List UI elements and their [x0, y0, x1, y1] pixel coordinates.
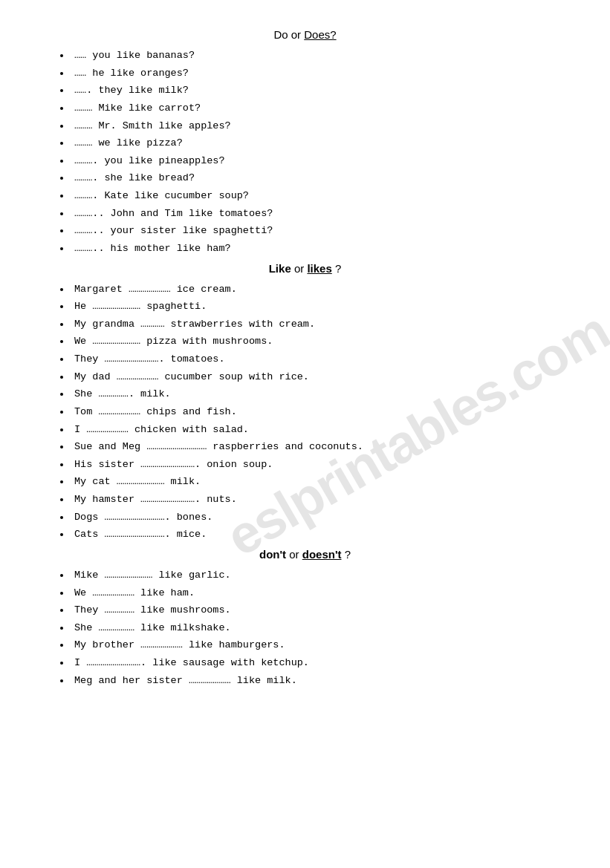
list-item: I ………………………. like sausage with ketchup. [71, 654, 565, 672]
list-item: We ………………… like ham. [71, 584, 565, 602]
section3-doesnt: doesn't [302, 548, 342, 561]
section2-likes: likes [307, 262, 331, 275]
list-item: ……… Mr. Smith like apples? [71, 117, 565, 135]
list-item: Mike …………………… like garlic. [71, 567, 565, 584]
list-item: They ………………………. tomatoes. [71, 350, 565, 368]
list-item: ……… Mike like carrot? [71, 99, 565, 117]
section2-list: Margaret ………………… ice cream. He …………………… … [71, 281, 565, 544]
list-item: My hamster ………………………. nuts. [71, 491, 565, 509]
section2-question: ? [335, 262, 341, 275]
list-item: ………. Kate like cucumber soup? [71, 187, 565, 205]
section2-title: Like or likes ? [45, 262, 565, 275]
page: eslprintables.com Do or Does? …… you lik… [0, 0, 610, 868]
section3-question: ? [345, 548, 351, 561]
list-item: His sister ………………………. onion soup. [71, 456, 565, 474]
list-item: …… he like oranges? [71, 65, 565, 82]
section1-title: Do or Does? [45, 28, 565, 41]
list-item: He …………………… spaghetti. [71, 298, 565, 316]
section1-do: Do [273, 28, 288, 41]
section1-list: …… you like bananas? …… he like oranges?… [71, 47, 565, 258]
section3-or: or [289, 548, 302, 561]
list-item: My cat …………………… milk. [71, 473, 565, 491]
section3-list: Mike …………………… like garlic. We ………………… li… [71, 567, 565, 689]
list-item: Margaret ………………… ice cream. [71, 281, 565, 298]
section2-or: or [294, 262, 308, 275]
list-item: My brother ………………… like hamburgers. [71, 636, 565, 654]
list-item: Cats …………………………. mice. [71, 526, 565, 544]
list-item: My dad ………………… cucumber soup with rice. [71, 368, 565, 386]
section1-or: or [291, 28, 305, 41]
list-item: ………. you like pineapples? [71, 152, 565, 170]
list-item: She ……………. milk. [71, 385, 565, 403]
list-item: They …………… like mushrooms. [71, 601, 565, 619]
section3-title: don't or doesn't ? [45, 548, 565, 561]
list-item: ……….. his mother like ham? [71, 240, 565, 258]
list-item: Tom ………………… chips and fish. [71, 403, 565, 421]
section1-does: Does? [304, 28, 336, 41]
list-item: She ……………… like milkshake. [71, 619, 565, 637]
list-item: Dogs …………………………. bones. [71, 509, 565, 526]
section2-like: Like [269, 262, 291, 275]
list-item: ………. she like bread? [71, 169, 565, 187]
list-item: Meg and her sister ………………… like milk. [71, 672, 565, 690]
list-item: My grandma ………… strawberries with cream. [71, 316, 565, 333]
list-item: ……….. your sister like spaghetti? [71, 222, 565, 240]
section3-dont: don't [259, 548, 286, 561]
list-item: ……… we like pizza? [71, 134, 565, 152]
list-item: ……….. John and Tim like tomatoes? [71, 205, 565, 223]
list-item: We …………………… pizza with mushrooms. [71, 333, 565, 350]
list-item: …… you like bananas? [71, 47, 565, 65]
list-item: ……. they like milk? [71, 82, 565, 99]
list-item: Sue and Meg ………………………… raspberries and c… [71, 438, 565, 456]
list-item: I ………………… chicken with salad. [71, 421, 565, 439]
